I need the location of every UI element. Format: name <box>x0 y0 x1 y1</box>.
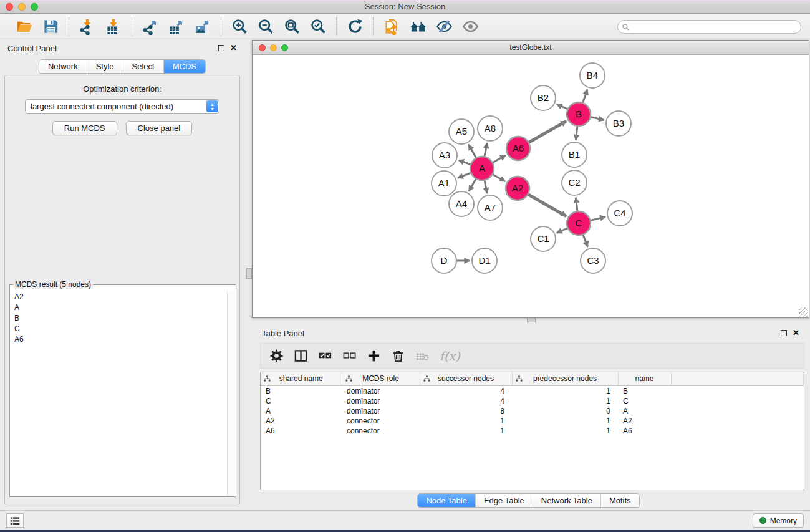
table-row[interactable]: Cdominator41C <box>261 396 804 406</box>
graph-node-C1[interactable]: C1 <box>531 226 556 251</box>
graph-node-A5[interactable]: A5 <box>449 119 474 144</box>
table-cell[interactable]: 4 <box>420 385 512 396</box>
table-cell[interactable]: 1 <box>420 416 512 426</box>
column-header-shared-name[interactable]: shared name <box>261 372 342 385</box>
tab-network-table[interactable]: Network Table <box>533 494 601 507</box>
vertical-split-handle[interactable] <box>246 268 252 279</box>
task-history-button[interactable] <box>6 513 24 528</box>
zoom-fit-button[interactable] <box>281 17 302 37</box>
table-cell[interactable]: 1 <box>512 426 618 436</box>
column-header-name[interactable]: name <box>618 372 671 385</box>
tab-mcds[interactable]: MCDS <box>164 60 205 73</box>
search-input[interactable] <box>617 20 801 34</box>
table-cell[interactable]: 8 <box>420 406 512 416</box>
close-panel-button[interactable]: Close panel <box>126 121 193 135</box>
hide-graphics-details-button[interactable] <box>433 17 455 37</box>
table-row[interactable]: Bdominator41B <box>261 385 804 396</box>
mcds-result-item[interactable]: A2 <box>11 291 226 302</box>
home-button[interactable] <box>407 17 428 37</box>
graph-node-C3[interactable]: C3 <box>581 248 605 273</box>
table-cell[interactable]: 1 <box>420 426 512 436</box>
table-cell[interactable]: dominator <box>342 406 420 416</box>
graph-node-A4[interactable]: A4 <box>449 191 474 216</box>
mcds-result-item[interactable]: C <box>11 323 226 334</box>
table-row[interactable]: A6connector11A6 <box>261 426 804 436</box>
graph-node-D[interactable]: D <box>432 248 456 273</box>
table-cell[interactable]: 1 <box>512 385 618 396</box>
table-cell[interactable]: 0 <box>512 406 618 416</box>
table-cell[interactable]: A2 <box>618 416 671 426</box>
show-graphics-details-button[interactable] <box>460 17 481 37</box>
select-all-checkboxes-button[interactable] <box>318 347 332 365</box>
column-header-MCDS-role[interactable]: MCDS role <box>342 372 420 385</box>
column-header-predecessor-nodes[interactable]: predecessor nodes <box>512 372 618 385</box>
import-network-button[interactable] <box>77 17 98 37</box>
table-cell[interactable]: B <box>618 385 671 396</box>
tab-network[interactable]: Network <box>39 60 87 73</box>
export-table-button[interactable] <box>166 17 187 37</box>
refresh-button[interactable] <box>344 17 365 37</box>
tab-node-table[interactable]: Node Table <box>418 494 476 507</box>
table-cell[interactable]: B <box>261 385 342 396</box>
float-panel-icon[interactable] <box>218 45 224 51</box>
table-cell[interactable]: connector <box>342 416 420 426</box>
table-cell[interactable]: A6 <box>261 426 342 436</box>
graph-node-A2[interactable]: A2 <box>506 177 529 200</box>
export-image-button[interactable] <box>192 17 213 37</box>
graph-node-B[interactable]: B <box>567 102 591 126</box>
table-cell[interactable]: A6 <box>618 426 671 436</box>
graph-node-A3[interactable]: A3 <box>432 143 457 168</box>
graph-node-A[interactable]: A <box>470 157 494 180</box>
graph-node-B3[interactable]: B3 <box>606 111 631 136</box>
graph-node-A8[interactable]: A8 <box>478 116 503 141</box>
deselect-all-checkboxes-button[interactable] <box>342 347 357 365</box>
column-header-successor-nodes[interactable]: successor nodes <box>420 372 512 385</box>
graph-node-B2[interactable]: B2 <box>531 85 556 110</box>
zoom-selected-button[interactable] <box>307 17 329 37</box>
graph-node-A6[interactable]: A6 <box>506 137 530 160</box>
table-row[interactable]: A2connector11A2 <box>261 416 804 426</box>
table-cell[interactable]: dominator <box>342 396 420 406</box>
network-canvas[interactable]: AA1A2A3A4A5A6A7A8BB1B2B3B4CC1C2C3C4DD1 <box>253 55 809 317</box>
graph-node-B1[interactable]: B1 <box>562 142 587 167</box>
table-cell[interactable]: A <box>261 406 342 416</box>
open-session-button[interactable] <box>14 17 35 37</box>
table-cell[interactable]: C <box>618 396 671 406</box>
column-layout-button[interactable] <box>294 347 308 365</box>
save-session-button[interactable] <box>40 17 61 37</box>
graph-node-A7[interactable]: A7 <box>478 195 503 220</box>
zoom-in-button[interactable] <box>229 17 250 37</box>
tab-select[interactable]: Select <box>123 60 164 73</box>
graph-node-A1[interactable]: A1 <box>432 171 456 196</box>
table-cell[interactable]: 1 <box>512 396 618 406</box>
float-table-panel-icon[interactable] <box>781 330 787 336</box>
add-column-button[interactable] <box>367 347 381 365</box>
table-cell[interactable]: C <box>261 396 342 406</box>
close-panel-icon[interactable]: ✕ <box>230 45 237 51</box>
close-table-panel-icon[interactable]: ✕ <box>793 330 799 336</box>
zoom-out-button[interactable] <box>255 17 276 37</box>
tab-motifs[interactable]: Motifs <box>601 494 639 507</box>
table-cell[interactable]: connector <box>342 426 420 436</box>
graph-node-C2[interactable]: C2 <box>562 170 587 195</box>
graph-node-C[interactable]: C <box>567 211 591 235</box>
table-cell[interactable]: 4 <box>420 396 512 406</box>
table-cell[interactable]: dominator <box>342 385 420 396</box>
network-window-titlebar[interactable]: testGlobe.txt <box>253 41 809 55</box>
table-cell[interactable]: A2 <box>261 416 342 426</box>
memory-button[interactable]: Memory <box>753 513 804 528</box>
table-cell[interactable]: 1 <box>512 416 618 426</box>
network-from-file-button[interactable] <box>381 17 402 37</box>
table-row[interactable]: Adominator80A <box>261 406 804 416</box>
mcds-result-scrollbar[interactable] <box>227 291 236 496</box>
mcds-result-item[interactable]: A <box>11 302 226 312</box>
mcds-result-item[interactable]: B <box>11 312 226 323</box>
graph-node-D1[interactable]: D1 <box>472 248 497 273</box>
tab-edge-table[interactable]: Edge Table <box>476 494 533 507</box>
tab-style[interactable]: Style <box>87 60 123 73</box>
mcds-result-item[interactable]: A6 <box>11 334 226 344</box>
window-resize-grip[interactable] <box>799 307 808 317</box>
graph-node-B4[interactable]: B4 <box>580 63 605 88</box>
table-settings-gear-button[interactable] <box>269 347 284 365</box>
delete-column-button[interactable] <box>391 347 405 365</box>
